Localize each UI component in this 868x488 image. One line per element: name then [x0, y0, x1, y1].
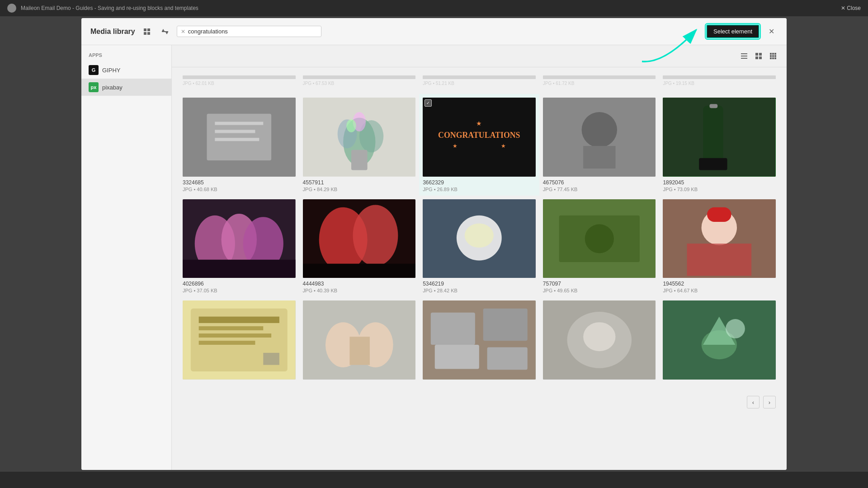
svg-rect-7: [741, 53, 747, 54]
image-cell-row3-5[interactable]: [659, 297, 779, 386]
svg-point-34: [346, 119, 356, 132]
svg-rect-12: [755, 56, 758, 59]
image-thumb-3324685: [183, 98, 296, 177]
grid-view-icon-button[interactable]: [141, 25, 153, 38]
svg-rect-42: [583, 146, 615, 169]
image-cell-4557911[interactable]: 4557911 JPG • 84.29 KB: [299, 94, 420, 196]
svg-rect-51: [183, 259, 296, 278]
svg-rect-9: [741, 58, 747, 59]
image-cell-4444983[interactable]: 4444983 JPG • 40.39 KB: [299, 196, 420, 297]
select-element-button[interactable]: Select element: [706, 24, 760, 38]
image-name-4675076: 4675076: [543, 179, 656, 186]
image-meta-4675076: JPG • 77.45 KB: [543, 187, 656, 192]
image-thumb-4026896: [183, 199, 296, 278]
content-area: JPG • 62.01 KB JPG • 67.53 KB JPG • 51.2…: [172, 45, 787, 470]
sidebar-item-pixabay[interactable]: px pixabay: [81, 79, 171, 96]
image-name-3324685: 3324685: [183, 179, 296, 186]
image-thumb-row3-1: [183, 300, 296, 380]
svg-rect-10: [755, 53, 758, 56]
svg-rect-70: [199, 334, 271, 338]
image-name-4026896: 4026896: [183, 281, 296, 287]
image-thumb-1892045: [663, 98, 776, 177]
image-cell-1892045[interactable]: 1892045 JPG • 73.09 KB: [659, 94, 779, 196]
search-input[interactable]: [188, 28, 317, 35]
image-cell-row3-1[interactable]: [179, 297, 299, 386]
svg-rect-18: [772, 55, 774, 57]
svg-rect-22: [774, 57, 776, 59]
image-meta-3662329: JPG • 26.89 KB: [423, 187, 536, 192]
modal-header: Media library ✕ Select element ✕: [81, 18, 787, 45]
svg-point-84: [583, 323, 615, 352]
svg-rect-76: [349, 337, 370, 365]
image-name-757097: 757097: [543, 281, 656, 287]
image-meta-5346219: JPG • 28.42 KB: [423, 288, 536, 293]
close-app-button[interactable]: ✕ Close: [841, 5, 861, 11]
media-library-modal: Media library ✕ Select element ✕ Apps: [81, 18, 787, 470]
svg-rect-55: [303, 263, 416, 278]
svg-rect-1: [147, 28, 150, 31]
image-thumb-4444983: [303, 199, 416, 278]
image-meta-4444983: JPG • 40.39 KB: [303, 288, 416, 293]
image-thumb-1945562: [663, 199, 776, 278]
grid-view-button[interactable]: [752, 50, 765, 62]
image-cell-5346219[interactable]: 5346219 JPG • 28.42 KB: [419, 196, 539, 297]
image-preview-4444983: [303, 199, 416, 278]
image-meta-4026896: JPG • 37.05 KB: [183, 288, 296, 293]
svg-rect-79: [483, 309, 528, 341]
image-preview-757097: [543, 199, 656, 278]
svg-text:CONGRATULATIONS: CONGRATULATIONS: [438, 131, 520, 140]
collapse-icon-button[interactable]: [159, 25, 171, 38]
image-thumb-3662329: ✓ CONGRATULATIONS ★ ★ ★: [423, 98, 536, 177]
image-cell-4675076[interactable]: 4675076 JPG • 77.45 KB: [539, 94, 660, 196]
svg-rect-0: [144, 28, 146, 31]
image-preview-3324685: [183, 98, 296, 177]
image-cell-757097[interactable]: 757097 JPG • 49.65 KB: [539, 196, 660, 297]
svg-rect-69: [199, 326, 264, 330]
top-image-1-meta: JPG • 62.01 KB: [183, 81, 296, 86]
svg-rect-11: [759, 53, 762, 56]
svg-rect-78: [431, 313, 475, 345]
svg-marker-5: [162, 29, 165, 31]
image-cell-row3-4[interactable]: [539, 297, 660, 386]
image-name-4557911: 4557911: [303, 179, 416, 186]
image-thumb-row3-2: [303, 300, 416, 380]
svg-text:★: ★: [453, 143, 458, 149]
list-view-button[interactable]: [738, 50, 750, 62]
top-bar: Maileon Email Demo - Guides - Saving and…: [0, 0, 868, 16]
top-image-4: JPG • 61.72 KB: [539, 72, 660, 89]
app-logo: [7, 4, 16, 13]
image-preview-1945562: [663, 199, 776, 278]
svg-rect-21: [772, 57, 774, 59]
sidebar-item-giphy[interactable]: G GIPHY: [81, 61, 171, 79]
image-cell-3662329[interactable]: ✓ CONGRATULATIONS ★ ★ ★ 3662329: [419, 94, 539, 196]
image-preview-1892045: [663, 98, 776, 177]
image-cell-row3-3[interactable]: [419, 297, 539, 386]
image-preview-row3-3: [423, 300, 536, 380]
image-preview-4675076: [543, 98, 656, 177]
top-image-3-meta: JPG • 51.21 KB: [423, 81, 536, 86]
image-cell-3324685[interactable]: 3324685 JPG • 40.68 KB: [179, 94, 299, 196]
search-clear-button[interactable]: ✕: [181, 28, 185, 35]
image-preview-4557911: [303, 98, 416, 177]
image-name-1945562: 1945562: [663, 281, 776, 287]
top-image-2-meta: JPG • 67.53 KB: [303, 81, 416, 86]
image-cell-1945562[interactable]: 1945562 JPG • 64.67 KB: [659, 196, 779, 297]
svg-point-41: [581, 112, 617, 147]
image-cell-row3-2[interactable]: [299, 297, 420, 386]
image-name-5346219: 5346219: [423, 281, 536, 287]
image-preview-row3-4: [543, 300, 656, 380]
large-grid-view-button[interactable]: [767, 50, 779, 62]
top-row-images: JPG • 62.01 KB JPG • 67.53 KB JPG • 51.2…: [172, 67, 787, 89]
prev-page-button[interactable]: ‹: [747, 396, 760, 408]
sidebar: Apps G GIPHY px pixabay: [81, 45, 172, 470]
image-name-4444983: 4444983: [303, 281, 416, 287]
giphy-label: GIPHY: [102, 67, 120, 74]
apps-section-label: Apps: [81, 52, 171, 61]
close-modal-button[interactable]: ✕: [765, 25, 778, 38]
svg-rect-46: [699, 158, 727, 170]
image-grid: 3324685 JPG • 40.68 KB: [172, 89, 787, 390]
image-thumb-row3-3: [423, 300, 536, 380]
large-grid-icon: [770, 53, 776, 59]
next-page-button[interactable]: ›: [763, 396, 776, 408]
image-cell-4026896[interactable]: 4026896 JPG • 37.05 KB: [179, 196, 299, 297]
